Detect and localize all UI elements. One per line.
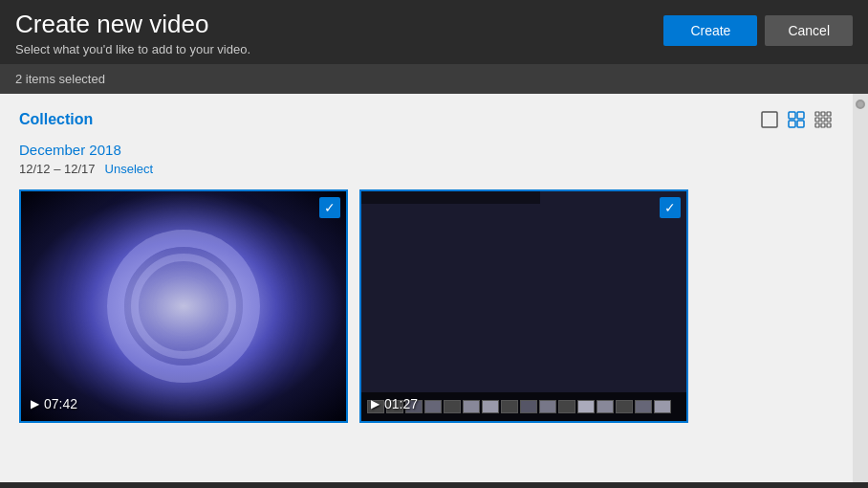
main-content: Collection (0, 94, 868, 482)
dialog-subtitle: Select what you'd like to add to your vi… (15, 42, 250, 56)
video1-duration: ▶ 07:42 (31, 396, 77, 411)
svg-rect-12 (821, 123, 825, 127)
film-frame (424, 400, 442, 413)
film-frame (482, 400, 499, 413)
video1-check: ✓ (319, 197, 340, 218)
video-item-1[interactable]: ✓ ▶ 07:42 (19, 189, 348, 423)
thumbnails-grid: ✓ ▶ 07:42 (19, 189, 834, 423)
svg-rect-0 (762, 112, 777, 127)
view-large-icon[interactable] (759, 109, 780, 130)
header-buttons: Create Cancel (663, 15, 853, 46)
view-icons (759, 109, 834, 130)
create-button[interactable]: Create (663, 15, 757, 46)
view-small-icon[interactable] (813, 109, 834, 130)
video2-play-icon: ▶ (371, 397, 380, 410)
unselect-link[interactable]: Unselect (105, 162, 154, 176)
film-frame (654, 400, 671, 413)
video-item-2[interactable]: YOURSTORYHERE (359, 189, 688, 423)
cancel-button[interactable]: Cancel (765, 15, 853, 46)
dialog-title: Create new video (15, 10, 250, 39)
date-group-label: December 2018 (19, 142, 834, 158)
svg-rect-6 (821, 112, 825, 116)
scrollbar-thumb[interactable] (856, 100, 865, 109)
video2-left-panel (361, 191, 540, 204)
svg-rect-3 (789, 121, 795, 127)
svg-rect-10 (827, 118, 831, 122)
scrollbar-track[interactable] (853, 94, 868, 482)
selection-count: 2 items selected (15, 72, 105, 86)
svg-rect-4 (797, 121, 804, 127)
svg-rect-8 (815, 118, 819, 122)
collection-link[interactable]: Collection (19, 111, 93, 128)
svg-rect-7 (827, 112, 831, 116)
video2-duration: ▶ 01:27 (371, 396, 418, 411)
film-frame (444, 400, 461, 413)
svg-rect-13 (827, 123, 831, 127)
film-frame (577, 400, 595, 413)
svg-rect-2 (797, 112, 804, 119)
film-frame (635, 400, 652, 413)
film-frame (520, 400, 537, 413)
svg-rect-1 (789, 112, 795, 119)
film-frame (616, 400, 633, 413)
svg-rect-11 (815, 123, 819, 127)
video1-play-icon: ▶ (31, 397, 39, 410)
header-left: Create new video Select what you'd like … (15, 10, 250, 56)
selection-bar: 2 items selected (0, 64, 868, 94)
video2-check: ✓ (660, 197, 681, 218)
video1-inner-ring-visual (131, 254, 236, 359)
svg-rect-5 (815, 112, 819, 116)
collection-header: Collection (19, 109, 834, 130)
date-range-row: 12/12 – 12/17 Unselect (19, 162, 834, 176)
film-frame (539, 400, 556, 413)
film-frame (558, 400, 575, 413)
svg-rect-9 (821, 118, 825, 122)
film-frame (597, 400, 614, 413)
content-area: Collection (0, 94, 853, 482)
date-range-text: 12/12 – 12/17 (19, 162, 96, 176)
film-frame (501, 400, 518, 413)
view-medium-icon[interactable] (786, 109, 807, 130)
dialog-header: Create new video Select what you'd like … (0, 0, 868, 64)
film-frame (463, 400, 480, 413)
